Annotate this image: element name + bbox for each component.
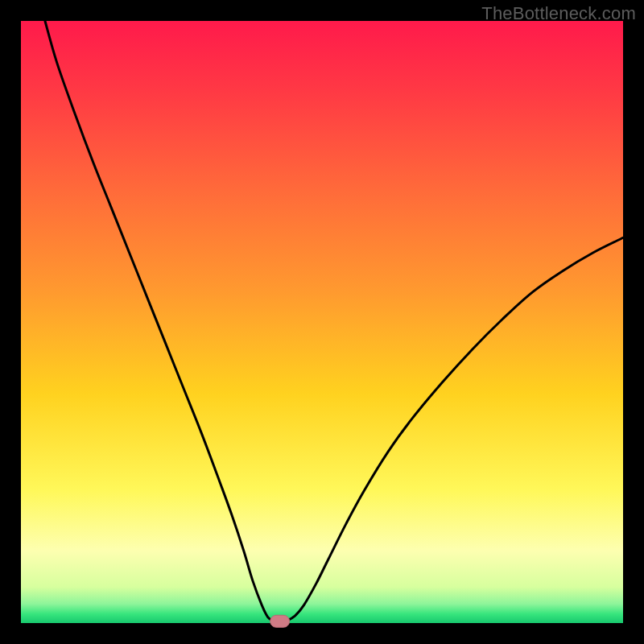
watermark-text: TheBottleneck.com	[481, 3, 636, 24]
plot-background-gradient	[21, 21, 623, 623]
minimum-marker	[270, 615, 290, 627]
bottleneck-chart	[0, 0, 644, 644]
chart-outer-frame: TheBottleneck.com	[0, 0, 644, 644]
